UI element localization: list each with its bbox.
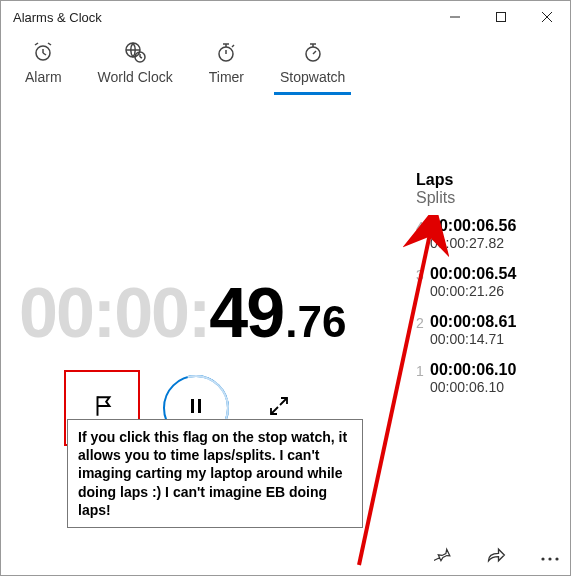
- svg-line-17: [232, 45, 234, 47]
- time-fraction: .76: [285, 297, 346, 347]
- lap-row: 200:00:08.6100:00:14.71: [416, 313, 556, 347]
- svg-point-30: [555, 557, 558, 560]
- svg-line-26: [271, 407, 278, 414]
- laps-panel: Laps Splits 400:00:06.5600:00:27.82300:0…: [416, 171, 556, 409]
- svg-line-6: [43, 53, 46, 55]
- tab-bar: Alarm World Clock Timer Stopwatch: [1, 33, 570, 105]
- split-time: 00:00:21.26: [430, 283, 556, 299]
- annotation-text: If you click this flag on the stop watch…: [78, 429, 347, 518]
- svg-line-19: [313, 51, 316, 54]
- tab-label: World Clock: [98, 69, 173, 85]
- svg-point-28: [541, 557, 544, 560]
- time-display: 00:00: 49 .76: [19, 273, 346, 353]
- lap-row: 300:00:06.5400:00:21.26: [416, 265, 556, 299]
- svg-rect-1: [497, 13, 506, 22]
- tab-alarm[interactable]: Alarm: [25, 39, 62, 93]
- expand-icon: [269, 396, 289, 421]
- tab-stopwatch[interactable]: Stopwatch: [280, 39, 345, 93]
- close-button[interactable]: [524, 1, 570, 33]
- lap-number: 3: [416, 265, 430, 283]
- svg-line-8: [48, 43, 51, 45]
- alarm-clock-icon: [31, 39, 55, 65]
- timer-icon: [214, 39, 238, 65]
- pin-button[interactable]: [434, 546, 452, 569]
- time-seconds: 49: [209, 273, 283, 353]
- title-bar: Alarms & Clock: [1, 1, 570, 33]
- share-icon: [486, 548, 506, 568]
- svg-point-29: [548, 557, 551, 560]
- lap-number: 4: [416, 217, 430, 235]
- lap-number: 1: [416, 361, 430, 379]
- tab-world-clock[interactable]: World Clock: [98, 39, 173, 93]
- lap-row: 100:00:06.1000:00:06.10: [416, 361, 556, 395]
- lap-time: 00:00:06.56: [430, 217, 556, 235]
- tab-timer[interactable]: Timer: [209, 39, 244, 93]
- tab-label: Stopwatch: [280, 69, 345, 85]
- lap-time: 00:00:06.10: [430, 361, 556, 379]
- tab-label: Alarm: [25, 69, 62, 85]
- pin-icon: [434, 548, 452, 568]
- split-time: 00:00:27.82: [430, 235, 556, 251]
- annotation-callout: If you click this flag on the stop watch…: [67, 419, 363, 528]
- more-button[interactable]: [540, 547, 560, 568]
- lap-number: 2: [416, 313, 430, 331]
- bottom-toolbar: [434, 546, 560, 569]
- ellipsis-icon: [540, 547, 560, 567]
- maximize-button[interactable]: [478, 1, 524, 33]
- tab-label: Timer: [209, 69, 244, 85]
- svg-line-7: [35, 43, 38, 45]
- lap-row: 400:00:06.5600:00:27.82: [416, 217, 556, 251]
- split-time: 00:00:14.71: [430, 331, 556, 347]
- window-title: Alarms & Clock: [13, 10, 102, 25]
- svg-line-25: [280, 398, 287, 405]
- time-zero-prefix: 00:00:: [19, 273, 209, 353]
- lap-time: 00:00:08.61: [430, 313, 556, 331]
- globe-clock-icon: [123, 39, 147, 65]
- laps-header: Laps: [416, 171, 556, 189]
- stopwatch-icon: [301, 39, 325, 65]
- splits-header: Splits: [416, 189, 556, 207]
- svg-line-12: [140, 57, 142, 58]
- share-button[interactable]: [486, 546, 506, 569]
- split-time: 00:00:06.10: [430, 379, 556, 395]
- lap-time: 00:00:06.54: [430, 265, 556, 283]
- minimize-button[interactable]: [432, 1, 478, 33]
